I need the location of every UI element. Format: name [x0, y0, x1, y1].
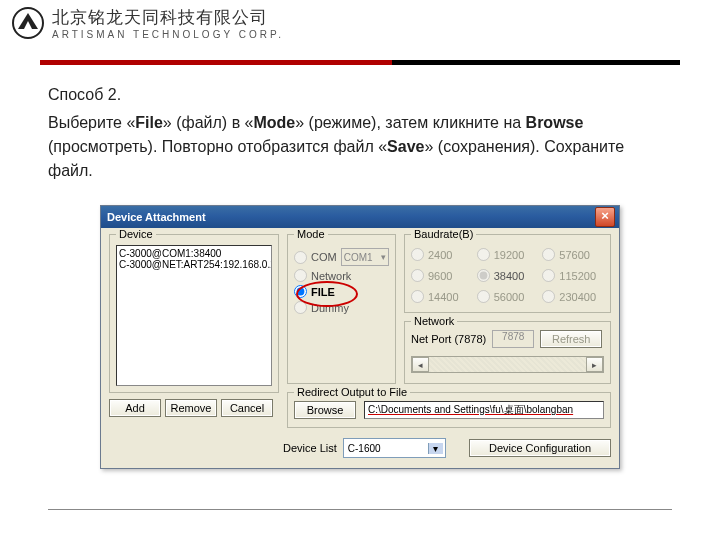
device-groupbox: Device C-3000@COM1:38400 C-3000@NET:ART2…	[109, 234, 279, 393]
mode-groupbox: Mode COM COM1 Network FILE Dummy	[287, 234, 396, 384]
device-legend: Device	[116, 228, 156, 240]
redirect-groupbox: Redirect Output to File Browse C:\Docume…	[287, 392, 611, 428]
baud-57600: 57600	[542, 248, 604, 261]
method-title: Способ 2.	[48, 83, 672, 107]
device-list-label: Device List	[283, 442, 337, 454]
scroll-right-icon[interactable]: ▸	[586, 357, 603, 372]
instruction-paragraph: Выберите «File» (файл) в «Mode» (режиме)…	[48, 111, 672, 183]
mode-dummy-radio[interactable]: Dummy	[294, 301, 389, 314]
baud-230400: 230400	[542, 290, 604, 303]
list-item[interactable]: C-3000@COM1:38400	[119, 248, 269, 259]
dialog-titlebar[interactable]: Device Attachment ×	[101, 206, 619, 228]
baudrate-legend: Baudrate(B)	[411, 228, 476, 240]
instruction-text: Способ 2. Выберите «File» (файл) в «Mode…	[48, 83, 672, 183]
company-logo-icon	[12, 7, 44, 39]
refresh-button: Refresh	[540, 330, 602, 348]
scroll-left-icon[interactable]: ◂	[412, 357, 429, 372]
baud-56000: 56000	[477, 290, 539, 303]
baud-19200: 19200	[477, 248, 539, 261]
mode-network-radio[interactable]: Network	[294, 269, 389, 282]
dialog-screenshot: Device Attachment × Device C-3000@COM1:3…	[100, 205, 620, 469]
browse-button[interactable]: Browse	[294, 401, 356, 419]
network-groupbox: Network Net Port (7878) 7878 Refresh ◂ ▸	[404, 321, 611, 384]
baudrate-groupbox: Baudrate(B) 2400 19200 57600 9600 38400 …	[404, 234, 611, 313]
device-listbox[interactable]: C-3000@COM1:38400 C-3000@NET:ART254:192.…	[116, 245, 272, 386]
com-port-combo: COM1	[341, 248, 389, 266]
net-port-label: Net Port (7878)	[411, 333, 486, 345]
header-rule	[40, 60, 680, 65]
add-button[interactable]: Add	[109, 399, 161, 417]
remove-button[interactable]: Remove	[165, 399, 217, 417]
close-icon[interactable]: ×	[595, 207, 615, 227]
network-scrollbar[interactable]: ◂ ▸	[411, 356, 604, 373]
device-attachment-dialog: Device Attachment × Device C-3000@COM1:3…	[100, 205, 620, 469]
list-item[interactable]: C-3000@NET:ART254:192.168.0.254	[119, 259, 269, 270]
baud-115200: 115200	[542, 269, 604, 282]
footer-rule	[48, 509, 672, 510]
mode-file-radio[interactable]: FILE	[294, 285, 389, 298]
baud-14400: 14400	[411, 290, 473, 303]
company-name-cn: 北京铭龙天同科技有限公司	[52, 6, 284, 29]
network-legend: Network	[411, 315, 457, 327]
baud-9600: 9600	[411, 269, 473, 282]
mode-legend: Mode	[294, 228, 328, 240]
device-configuration-button[interactable]: Device Configuration	[469, 439, 611, 457]
company-name-en: ARTISMAN TECHNOLOGY CORP.	[52, 29, 284, 40]
output-path-field[interactable]: C:\Documents and Settings\fu\桌面\bolangba…	[364, 401, 604, 419]
dialog-title: Device Attachment	[107, 211, 206, 223]
mode-com-radio[interactable]: COM COM1	[294, 248, 389, 266]
baud-38400: 38400	[477, 269, 539, 282]
cancel-button[interactable]: Cancel	[221, 399, 273, 417]
device-list-combo[interactable]: C-1600	[343, 438, 446, 458]
doc-header: 北京铭龙天同科技有限公司 ARTISMAN TECHNOLOGY CORP.	[0, 0, 720, 40]
net-port-field: 7878	[492, 330, 534, 348]
baud-2400: 2400	[411, 248, 473, 261]
redirect-legend: Redirect Output to File	[294, 386, 410, 398]
